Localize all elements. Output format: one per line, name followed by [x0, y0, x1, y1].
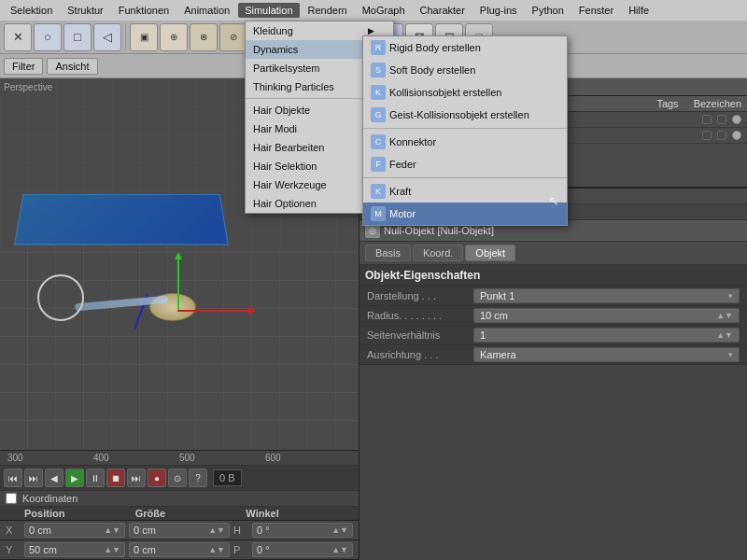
toolbar-btn-5[interactable]: ▣ [130, 23, 158, 51]
szene-label: Szene [378, 130, 698, 141]
null-obj-bar: ◎ Null-Objekt [Null-Objekt] [359, 220, 747, 242]
prop-radius-value[interactable]: 10 cm ▲▼ [473, 308, 740, 323]
obj-col-tags: Tags [656, 98, 678, 109]
tl-rec2-btn[interactable]: ⊙ [168, 469, 187, 487]
coord-col-pos: Position [24, 508, 132, 519]
coord-p-stepper[interactable]: ▲▼ [331, 545, 348, 554]
menu-animation[interactable]: Animation [177, 3, 236, 18]
prop-seiten: Seitenverhältnis 1 ▲▼ [359, 326, 747, 345]
list-item-boden[interactable]: Boden [359, 112, 747, 128]
filter-btn[interactable]: Filter [4, 58, 43, 75]
coord-header-label: Koordinaten [22, 493, 78, 504]
viewport-label: Perspective [4, 82, 52, 92]
tl-stop-btn[interactable]: ⏹ [106, 469, 125, 487]
tl-prev-btn[interactable]: ⏮ [4, 469, 22, 487]
menu-rendern[interactable]: Rendern [302, 3, 354, 18]
prop-ausrichtung-label: Ausrichtung . . . [367, 349, 470, 360]
coord-x-stepper[interactable]: ▲▼ [104, 525, 120, 535]
menu-python[interactable]: Python [526, 3, 571, 18]
tl-pause-btn[interactable]: ⏸ [86, 469, 105, 487]
coord-y-size: 0 cm [134, 544, 208, 555]
prop-darstellung-label: Darstellung . . . [367, 290, 470, 301]
tab-koord[interactable]: Koord. [413, 245, 463, 261]
coord-y-stepper[interactable]: ▲▼ [104, 545, 120, 554]
toolbar-separator-1 [125, 24, 126, 50]
coord-h-stepper[interactable]: ▲▼ [331, 525, 348, 535]
coord-x-pos: 0 cm [29, 525, 104, 536]
coord-p-val: 0 ° [257, 544, 331, 555]
menu-funktionen[interactable]: Funktionen [112, 3, 176, 18]
boden-color-dot [365, 115, 374, 124]
attr-subbar: Modus Bearbeiten Benutzer [359, 204, 747, 220]
bottom-panel: Attribute Modus Bearbeiten Benutzer ◎ Nu… [359, 187, 747, 365]
toolbar-render4[interactable]: ⊞ [375, 23, 403, 51]
coord-x-size-stepper[interactable]: ▲▼ [208, 525, 225, 535]
attr-benutzer[interactable]: Benutzer [460, 206, 501, 217]
toolbar-camera[interactable]: 🎬 [256, 23, 284, 51]
toolbar-btn-8[interactable]: ⊘ [219, 23, 247, 51]
tab-objekte[interactable]: Objekte [359, 78, 418, 95]
toolbar-render6[interactable]: ⊟ [435, 23, 463, 51]
main-area: Perspective 300 400 500 600 ⏮ ⏭ ◀ ▶ ⏸ ⏹ … [0, 78, 747, 560]
menu-selektion[interactable]: Selektion [4, 3, 59, 18]
prop-ausrichtung-value[interactable]: Kamera ▾ [473, 347, 740, 362]
tl-num-600: 600 [265, 453, 351, 463]
toolbar-render[interactable]: ▷ [286, 23, 314, 51]
coord-y-size-stepper[interactable]: ▲▼ [208, 545, 225, 554]
menu-struktur[interactable]: Struktur [61, 3, 110, 18]
tl-ff-btn[interactable]: ⏭ [127, 469, 146, 487]
menu-simulation[interactable]: Simulation [238, 3, 299, 18]
menu-hilfe[interactable]: Hilfe [622, 3, 655, 18]
panel-tabs: Objekte Struktur [359, 78, 747, 96]
menu-fenster[interactable]: Fenster [572, 3, 620, 18]
attr-bearbeiten[interactable]: Bearbeiten [403, 206, 453, 217]
attr-header: Attribute [359, 189, 747, 204]
toolbar-new[interactable]: ✕ [4, 23, 32, 51]
viewport[interactable]: Perspective 300 400 500 600 ⏮ ⏭ ◀ ▶ ⏸ ⏹ … [0, 78, 359, 560]
null-obj-label: Null-Objekt [Null-Objekt] [384, 225, 494, 236]
prop-radius-label: Radius. . . . . . . . [367, 310, 470, 321]
toolbar-render3[interactable]: ⊡ [345, 23, 374, 51]
toolbar-render5[interactable]: ⊠ [405, 23, 433, 51]
prop-radius-stepper[interactable]: ▲▼ [716, 311, 733, 320]
scene-platform [14, 194, 229, 245]
tab-struktur[interactable]: Struktur [418, 78, 478, 95]
toolbar-render2[interactable]: ⊙ [316, 23, 344, 51]
coord-col-angle: Winkel [246, 508, 353, 519]
tl-play-btn[interactable]: ▶ [65, 469, 84, 487]
toolbar-render7[interactable]: ❏ [465, 23, 493, 51]
tab-basis[interactable]: Basis [365, 245, 411, 261]
null-obj-icon: ◎ [365, 223, 380, 238]
tl-next-btn[interactable]: ⏭ [24, 469, 43, 487]
toolbar-btn-6[interactable]: ⊕ [160, 23, 188, 51]
scene-axis-y-tip [175, 252, 182, 259]
szene-dot-3 [732, 131, 741, 140]
prop-seiten-label: Seitenverhältnis [367, 329, 470, 341]
toolbar-btn-7[interactable]: ⊗ [190, 23, 218, 51]
prop-ausrichtung: Ausrichtung . . . Kamera ▾ [359, 345, 747, 365]
prop-seiten-stepper[interactable]: ▲▼ [716, 330, 733, 340]
menu-mograph[interactable]: MoGraph [356, 3, 412, 18]
menu-charakter[interactable]: Charakter [414, 3, 472, 18]
tl-misc-btn[interactable]: ? [189, 469, 207, 487]
menu-plugins[interactable]: Plug-ins [473, 3, 524, 18]
toolbar-undo[interactable]: ○ [34, 23, 62, 51]
coord-p-label: P [233, 544, 248, 555]
tab-objekt[interactable]: Objekt [465, 245, 515, 261]
obj-header: Tags Bezeichen [359, 96, 747, 112]
coord-col-size: Größe [135, 508, 243, 519]
prop-seiten-value[interactable]: 1 ▲▼ [473, 328, 740, 343]
szene-dot-2 [717, 131, 726, 140]
coord-y-pos: 50 cm [29, 544, 104, 555]
list-item-szene[interactable]: Szene [359, 128, 747, 144]
prop-darstellung-value[interactable]: Punkt 1 ▾ [473, 288, 740, 303]
toolbar-render-region[interactable]: ◁ [93, 23, 121, 51]
szene-dot-1 [702, 131, 712, 140]
coord-checkbox[interactable] [6, 493, 17, 504]
tl-rew-btn[interactable]: ◀ [45, 469, 63, 487]
tl-rec-btn[interactable]: ● [148, 469, 166, 487]
ansicht-btn[interactable]: Ansicht [47, 58, 97, 75]
attr-modus[interactable]: Modus [365, 206, 396, 217]
toolbar-redo[interactable]: □ [63, 23, 92, 51]
boden-dot-2 [717, 115, 726, 124]
